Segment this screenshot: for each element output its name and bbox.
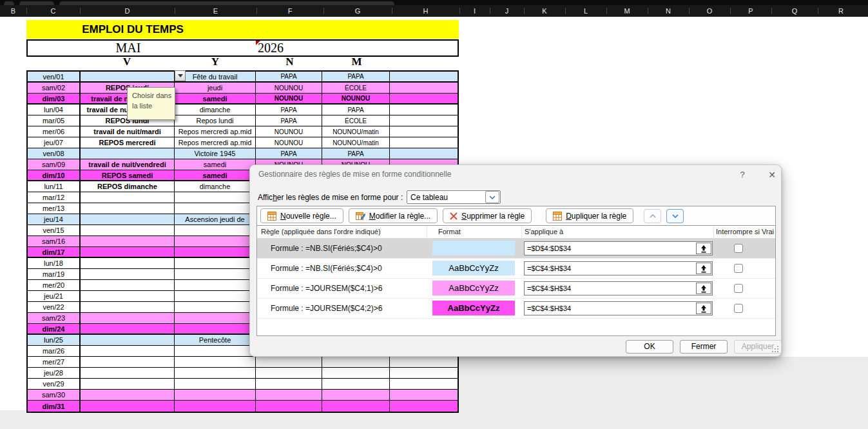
column-header-H[interactable]: H	[392, 5, 459, 17]
cell-D25[interactable]	[81, 302, 175, 312]
cell-E27[interactable]	[175, 324, 256, 334]
edit-rule-button[interactable]: Modifier la règle...	[349, 208, 438, 223]
validation-dropdown-button[interactable]	[175, 70, 186, 81]
cell-F30[interactable]	[256, 357, 322, 367]
cell-C30[interactable]: mer/27	[28, 357, 81, 367]
cell-G7[interactable]: PAPA	[322, 105, 390, 115]
cell-C8[interactable]: mar/05	[28, 115, 81, 126]
cell-C21[interactable]: lun/18	[28, 258, 81, 268]
cell-E34[interactable]	[175, 401, 256, 412]
column-header-E[interactable]: E	[175, 5, 256, 17]
cell-E32[interactable]	[175, 379, 256, 389]
cell-D20[interactable]	[81, 247, 175, 257]
cell-E4[interactable]: Fête du travail	[175, 72, 256, 81]
close-button[interactable]: Fermer	[680, 340, 728, 354]
cell-F34[interactable]	[256, 401, 322, 412]
move-rule-down-button[interactable]	[666, 209, 684, 223]
cell-D31[interactable]	[81, 368, 175, 378]
cell-C9[interactable]: mer/06	[28, 126, 81, 137]
cell-G34[interactable]	[322, 401, 390, 412]
cell-E23[interactable]	[175, 280, 256, 290]
cell-G5[interactable]: ÉCOLE	[322, 83, 390, 93]
cell-E11[interactable]: Victoire 1945	[175, 148, 256, 159]
cell-C34[interactable]: dim/31	[28, 401, 81, 412]
cell-C33[interactable]: sam/30	[28, 390, 81, 400]
cell-E13[interactable]: samedi	[175, 170, 256, 180]
delete-rule-button[interactable]: Supprimer la règle	[443, 208, 532, 223]
cell-G4[interactable]: PAPA	[322, 72, 390, 81]
cell-F32[interactable]	[256, 379, 322, 389]
cell-E28[interactable]: Pentecôte	[175, 335, 256, 345]
cell-D32[interactable]	[81, 379, 175, 389]
cell-D28[interactable]	[81, 335, 175, 345]
cell-C28[interactable]: lun/25	[28, 335, 81, 345]
column-header-J[interactable]: J	[490, 5, 524, 17]
column-header-P[interactable]: P	[730, 5, 771, 17]
cell-D16[interactable]	[81, 203, 175, 214]
column-header-B[interactable]: B	[0, 5, 26, 17]
year-cell[interactable]: 2026	[258, 41, 284, 55]
cell-F6[interactable]: NOUNOU	[256, 94, 322, 103]
cell-G32[interactable]	[322, 379, 390, 389]
cell-D10[interactable]: REPOS mercredi	[81, 137, 175, 148]
cell-G6[interactable]: NOUNOU	[322, 94, 390, 103]
cell-C15[interactable]: mar/12	[28, 192, 81, 203]
cell-F10[interactable]: NOUNOU	[256, 137, 322, 148]
range-picker-button[interactable]	[696, 303, 711, 314]
column-header-C[interactable]: C	[26, 5, 80, 17]
cell-H4[interactable]	[390, 72, 458, 81]
cell-E16[interactable]	[175, 203, 256, 214]
cell-D4[interactable]	[81, 72, 175, 81]
cell-E33[interactable]	[175, 390, 256, 400]
column-header-Q[interactable]: Q	[771, 5, 818, 17]
cell-C7[interactable]: lun/04	[28, 105, 81, 115]
cell-F9[interactable]: NOUNOU	[256, 126, 322, 137]
stop-if-true-checkbox[interactable]	[734, 284, 743, 293]
cell-E7[interactable]: dimanche	[175, 105, 256, 115]
combo-dropdown-button[interactable]	[485, 191, 499, 203]
cell-D19[interactable]	[81, 236, 175, 246]
cell-C10[interactable]: jeu/07	[28, 137, 81, 148]
cell-H31[interactable]	[390, 368, 458, 378]
cell-E19[interactable]	[175, 236, 256, 246]
cell-C25[interactable]: ven/22	[28, 302, 81, 312]
column-header-N[interactable]: N	[648, 5, 689, 17]
cell-H11[interactable]	[390, 148, 458, 159]
cell-C24[interactable]: jeu/21	[28, 291, 81, 301]
cell-D14[interactable]: REPOS dimanche	[81, 181, 175, 192]
column-header-L[interactable]: L	[565, 5, 606, 17]
column-header-R[interactable]: R	[818, 5, 864, 17]
cell-E21[interactable]	[175, 258, 256, 268]
cell-E26[interactable]	[175, 313, 256, 323]
cell-C17[interactable]: jeu/14	[28, 214, 81, 224]
column-header-K[interactable]: K	[524, 5, 565, 17]
column-header-F[interactable]: F	[256, 5, 323, 17]
range-picker-button[interactable]	[696, 243, 711, 254]
cell-C6[interactable]: dim/03	[28, 94, 81, 103]
cell-E14[interactable]: dimanche	[175, 181, 256, 192]
cell-C22[interactable]: mar/19	[28, 269, 81, 279]
column-header-I[interactable]: I	[459, 5, 490, 17]
cell-E10[interactable]: Repos mercredi ap.mid	[175, 137, 256, 148]
cell-C11[interactable]: ven/08	[28, 148, 81, 159]
cell-C32[interactable]: ven/29	[28, 379, 81, 389]
cell-D12[interactable]: travail de nuit/vendredi	[81, 159, 175, 170]
rule-row[interactable]: Formule : =NB.SI(Fériés;$C4)>0=$D$4:$D$3…	[257, 239, 775, 259]
column-header-G[interactable]: G	[323, 5, 392, 17]
range-picker-button[interactable]	[696, 263, 711, 274]
cell-F31[interactable]	[256, 368, 322, 378]
cell-G8[interactable]: ÉCOLE	[322, 115, 390, 126]
cell-D27[interactable]	[81, 324, 175, 334]
cell-E20[interactable]	[175, 247, 256, 257]
new-rule-button[interactable]: Nouvelle règle...	[260, 208, 343, 223]
cell-E22[interactable]	[175, 269, 256, 279]
cell-H8[interactable]	[390, 115, 458, 126]
cell-D24[interactable]	[81, 291, 175, 301]
stop-if-true-checkbox[interactable]	[734, 304, 743, 313]
stop-if-true-checkbox[interactable]	[734, 264, 743, 273]
cell-D30[interactable]	[81, 357, 175, 367]
scope-combobox[interactable]: Ce tableau	[407, 190, 501, 204]
column-header-M[interactable]: M	[606, 5, 648, 17]
cell-C4[interactable]: ven/01	[28, 72, 81, 81]
cell-C12[interactable]: sam/09	[28, 159, 81, 170]
